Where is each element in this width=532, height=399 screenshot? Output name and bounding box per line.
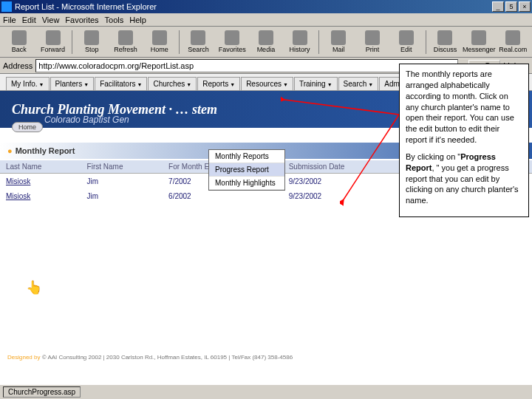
footer-text: © AAI Consulting 2002 | 2030 Carlston Rd… — [42, 354, 293, 361]
history-button[interactable]: History — [284, 30, 316, 53]
cell-first: Jim — [81, 188, 163, 203]
dropdown-item-monthly[interactable]: Monthly Reports — [209, 150, 284, 163]
browser-toolbar: Back Forward Stop Refresh Home Search Fa… — [0, 27, 532, 58]
planter-name-link[interactable]: Misiosk — [0, 188, 81, 203]
designed-by: Designed by — [7, 354, 40, 361]
stop-icon — [84, 30, 99, 45]
tab-churches[interactable]: Churches▼ — [148, 77, 197, 90]
stop-button[interactable]: Stop — [75, 30, 108, 53]
favorites-icon — [225, 30, 239, 45]
callout-p2: By clicking on "Progress Report, " you g… — [406, 151, 522, 206]
banner-home-button[interactable]: Home — [12, 122, 43, 132]
edit-button[interactable]: Edit — [390, 30, 423, 53]
edit-icon — [399, 30, 414, 45]
discuss-button[interactable]: Discuss — [429, 30, 462, 53]
window-titlebar: Report List - Microsoft Internet Explore… — [0, 0, 532, 13]
print-icon — [365, 30, 380, 45]
minimize-button[interactable]: _ — [492, 1, 504, 12]
refresh-button[interactable]: Refresh — [109, 30, 142, 53]
realcom-icon — [505, 30, 520, 45]
realcom-button[interactable]: Real.com — [497, 30, 529, 53]
bullet-icon: ● — [7, 146, 13, 155]
menu-tools[interactable]: Tools — [105, 16, 124, 24]
cell-date: 9/23/2002 — [283, 174, 398, 189]
cell-month: 6/2002 — [163, 188, 283, 203]
messenger-button[interactable]: Messenger — [463, 30, 495, 53]
dropdown-item-highlights[interactable]: Monthly Highlights — [209, 177, 284, 190]
help-callout: The monthly reports are arranged alphabe… — [399, 64, 529, 217]
col-firstname[interactable]: First Name — [81, 160, 163, 174]
status-file: ChurchProgress.asp — [3, 386, 81, 398]
refresh-icon — [118, 30, 133, 45]
tab-training[interactable]: Training▼ — [294, 77, 338, 90]
reports-dropdown: Monthly Reports Progress Report Monthly … — [208, 149, 285, 191]
banner-subtitle: Colorado Baptist Gen — [44, 115, 129, 125]
window-title: Report List - Microsoft Internet Explore… — [15, 2, 492, 11]
col-date[interactable]: Submission Date — [283, 160, 398, 174]
home-button[interactable]: Home — [143, 30, 176, 53]
tab-reports[interactable]: Reports▼ — [197, 77, 240, 90]
col-lastname[interactable]: Last Name — [0, 160, 81, 174]
address-label: Address — [3, 61, 33, 70]
address-input[interactable] — [35, 59, 458, 72]
cursor-hand-icon: 👆 — [26, 279, 42, 296]
menu-view[interactable]: View — [42, 16, 60, 24]
history-icon — [293, 30, 307, 45]
planter-name-link[interactable]: Misiosk — [0, 174, 81, 189]
mail-icon — [331, 30, 346, 45]
page-footer: Designed by © AAI Consulting 2002 | 2030… — [3, 349, 372, 365]
search-icon — [191, 30, 205, 45]
callout-p1: The monthly reports are arranged alphabe… — [406, 69, 522, 146]
dropdown-item-progress[interactable]: Progress Report — [209, 163, 284, 177]
tab-resources[interactable]: Resources▼ — [241, 77, 293, 90]
tab-search[interactable]: Search▼ — [338, 77, 379, 90]
close-button[interactable]: × — [519, 1, 531, 12]
forward-icon — [46, 30, 61, 45]
mail-button[interactable]: Mail — [322, 30, 355, 53]
maximize-button[interactable]: 5 — [505, 1, 517, 12]
home-icon — [152, 30, 167, 45]
favorites-button[interactable]: Favorites — [216, 30, 248, 53]
messenger-icon — [471, 30, 486, 45]
tab-planters[interactable]: Planters▼ — [50, 77, 95, 90]
back-button[interactable]: Back — [3, 30, 35, 53]
chevron-down-icon: ▼ — [39, 82, 44, 87]
menu-bar: File Edit View Favorites Tools Help — [0, 13, 532, 27]
print-button[interactable]: Print — [356, 30, 389, 53]
cell-date: 9/23/2002 — [283, 188, 398, 203]
menu-file[interactable]: File — [3, 16, 16, 24]
status-bar: ChurchProgress.asp — [0, 384, 532, 399]
forward-button[interactable]: Forward — [37, 30, 69, 53]
discuss-icon — [437, 30, 452, 45]
search-button[interactable]: Search — [183, 30, 215, 53]
media-icon — [259, 30, 273, 45]
cell-first: Jim — [81, 174, 163, 189]
menu-edit[interactable]: Edit — [22, 16, 36, 24]
section-title: Monthly Report — [16, 146, 75, 155]
menu-help[interactable]: Help — [129, 16, 146, 24]
ie-icon — [1, 1, 12, 12]
menu-favorites[interactable]: Favorites — [65, 16, 98, 24]
back-icon — [12, 30, 27, 45]
media-button[interactable]: Media — [250, 30, 282, 53]
tab-facilitators[interactable]: Facilitators▼ — [95, 77, 147, 90]
tab-myinfo[interactable]: My Info.▼ — [6, 77, 50, 90]
